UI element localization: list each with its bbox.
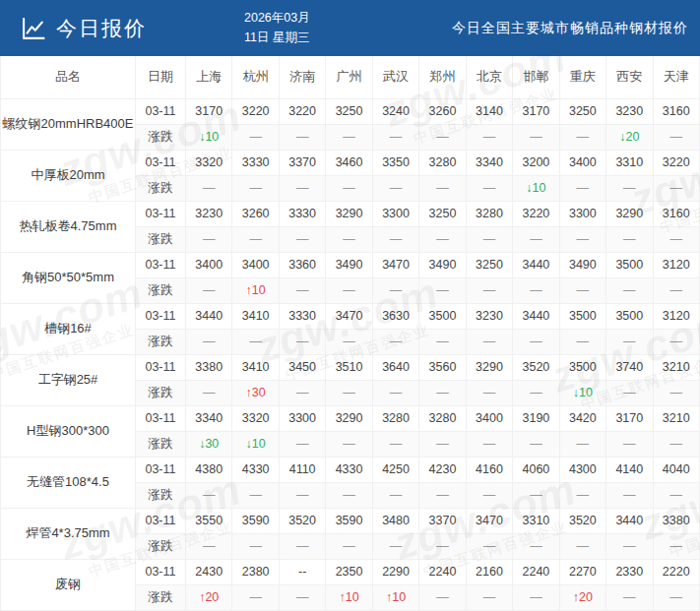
- change-label-cell: 涨跌: [136, 482, 186, 508]
- column-header-9: 邯郸: [513, 56, 559, 98]
- change-cell: —: [466, 329, 512, 354]
- change-cell: —: [513, 226, 559, 252]
- price-cell: 3250: [466, 252, 512, 277]
- change-cell: ↓10: [559, 380, 605, 405]
- price-cell: 3400: [466, 405, 512, 431]
- change-cell: ↓20: [606, 124, 653, 150]
- date-cell: 03-11: [136, 354, 186, 380]
- change-cell: —: [326, 329, 372, 354]
- price-cell: 3260: [419, 98, 466, 124]
- price-cell: 2430: [186, 559, 232, 584]
- price-cell: 2240: [419, 559, 466, 584]
- price-cell: 3590: [326, 508, 372, 533]
- price-cell: 3290: [326, 405, 372, 431]
- price-row: 工字钢25#03-1133803410345035103640356032903…: [1, 354, 700, 380]
- price-cell: 3350: [372, 150, 418, 175]
- report-subtitle: 今日全国主要城市畅销品种钢材报价: [452, 20, 688, 37]
- change-cell: —: [279, 175, 325, 201]
- price-cell: 3490: [559, 252, 605, 277]
- price-cell: 3320: [186, 150, 232, 175]
- price-cell: 3210: [653, 354, 699, 380]
- change-cell: —: [419, 175, 466, 201]
- column-header-1: 日期: [136, 56, 186, 98]
- product-name-cell: 工字钢25#: [1, 354, 136, 405]
- change-cell: —: [186, 226, 232, 252]
- report-date-line2: 11日 星期三: [244, 29, 310, 47]
- change-cell: —: [232, 329, 279, 354]
- price-cell: 3440: [606, 508, 653, 533]
- header-bar: 今日报价 2026年03月 11日 星期三 今日全国主要城市畅销品种钢材报价: [0, 0, 700, 56]
- price-cell: 3160: [653, 98, 699, 124]
- price-row: 螺纹钢20mmHRB400E03-11317032203220325032403…: [1, 98, 700, 124]
- price-cell: 3740: [606, 354, 653, 380]
- change-label-cell: 涨跌: [136, 431, 186, 457]
- price-cell: 3210: [653, 405, 699, 431]
- price-cell: 3450: [279, 354, 325, 380]
- price-cell: 3500: [606, 252, 653, 277]
- change-cell: —: [326, 431, 372, 457]
- price-cell: 3230: [186, 201, 232, 226]
- product-name-cell: H型钢300*300: [1, 405, 136, 457]
- change-cell: ↑10: [326, 584, 372, 610]
- product-name-cell: 热轧板卷4.75mm: [1, 201, 136, 252]
- date-cell: 03-11: [136, 508, 186, 533]
- column-header-0: 品名: [1, 56, 136, 98]
- price-cell: 2350: [326, 559, 372, 584]
- change-cell: ↓10: [513, 175, 559, 201]
- change-cell: —: [279, 482, 325, 508]
- change-cell: —: [326, 175, 372, 201]
- change-cell: —: [466, 584, 512, 610]
- date-cell: 03-11: [136, 150, 186, 175]
- change-cell: —: [559, 329, 605, 354]
- price-cell: 3470: [372, 252, 418, 277]
- price-cell: 3340: [466, 150, 512, 175]
- price-cell: 3640: [372, 354, 418, 380]
- change-cell: —: [559, 175, 605, 201]
- price-cell: 3360: [279, 252, 325, 277]
- change-cell: —: [466, 533, 512, 559]
- change-cell: —: [653, 277, 699, 303]
- price-cell: 4110: [279, 457, 325, 482]
- price-cell: 3400: [559, 150, 605, 175]
- change-cell: ↑10: [372, 584, 418, 610]
- price-row: 无缝管108*4.503-114380433041104330425042304…: [1, 457, 700, 482]
- date-cell: 03-11: [136, 405, 186, 431]
- date-cell: 03-11: [136, 559, 186, 584]
- change-cell: —: [653, 533, 699, 559]
- change-cell: ↑10: [232, 277, 279, 303]
- price-cell: 3250: [326, 98, 372, 124]
- change-cell: —: [232, 124, 279, 150]
- change-cell: —: [606, 584, 653, 610]
- change-cell: —: [186, 380, 232, 405]
- price-cell: 3320: [232, 405, 279, 431]
- change-cell: —: [653, 175, 699, 201]
- change-cell: —: [326, 533, 372, 559]
- price-cell: 4230: [419, 457, 466, 482]
- column-header-7: 郑州: [419, 56, 466, 98]
- price-cell: 3310: [513, 508, 559, 533]
- change-cell: ↓30: [186, 431, 232, 457]
- price-cell: 3170: [606, 405, 653, 431]
- change-label-cell: 涨跌: [136, 380, 186, 405]
- price-cell: 4160: [466, 457, 512, 482]
- price-cell: 2160: [466, 559, 512, 584]
- change-cell: —: [279, 380, 325, 405]
- price-cell: 3400: [186, 252, 232, 277]
- price-cell: 3200: [513, 150, 559, 175]
- change-cell: —: [326, 226, 372, 252]
- change-cell: —: [466, 431, 512, 457]
- change-cell: —: [186, 175, 232, 201]
- change-cell: —: [419, 482, 466, 508]
- change-cell: —: [653, 226, 699, 252]
- change-cell: —: [606, 277, 653, 303]
- change-cell: ↓10: [186, 124, 232, 150]
- change-cell: —: [559, 226, 605, 252]
- change-cell: —: [419, 277, 466, 303]
- change-cell: ↑20: [186, 584, 232, 610]
- column-header-3: 杭州: [232, 56, 279, 98]
- change-cell: —: [279, 124, 325, 150]
- price-cell: 3520: [513, 354, 559, 380]
- price-cell: 3220: [653, 150, 699, 175]
- date-cell: 03-11: [136, 201, 186, 226]
- change-cell: —: [326, 124, 372, 150]
